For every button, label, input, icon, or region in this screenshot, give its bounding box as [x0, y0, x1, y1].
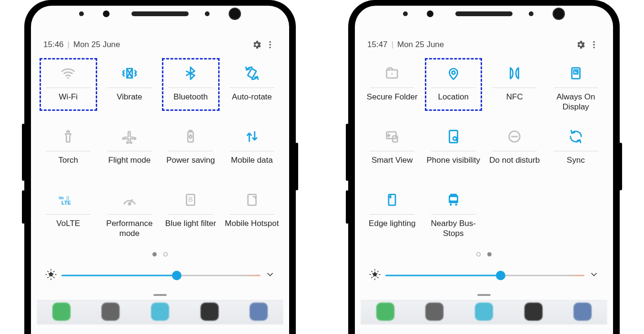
dock-app-icon [52, 303, 70, 321]
qs-tile-bus[interactable]: Nearby Bus-Stops [423, 184, 484, 247]
tile-label: VoLTE [56, 218, 80, 239]
tile-label: Vibrate [117, 92, 142, 113]
panel-handle[interactable] [361, 290, 607, 300]
speaker-grille [455, 11, 513, 16]
tile-divider [431, 214, 476, 215]
settings-icon[interactable] [574, 38, 587, 51]
qs-tile-sync[interactable]: Sync [545, 120, 607, 184]
tile-label: Auto-rotate [232, 92, 272, 113]
tile-divider [46, 151, 91, 151]
qs-tile-bluetooth[interactable]: Bluetooth [160, 57, 221, 120]
tile-divider [553, 88, 598, 88]
quick-settings-grid: Secure FolderLocationNFCAlways On Displa… [361, 54, 607, 247]
panel-handle[interactable] [37, 290, 283, 300]
svg-point-16 [593, 44, 594, 45]
settings-icon[interactable] [250, 38, 263, 51]
aod-icon [568, 62, 584, 85]
qs-tile-smartview[interactable]: Smart View [362, 120, 423, 184]
pager-dot[interactable] [487, 252, 492, 256]
qs-tile-bluelight[interactable]: BBlue light filter [160, 184, 221, 247]
slider-thumb[interactable] [496, 271, 505, 280]
tile-divider [46, 214, 91, 215]
pager-dot[interactable] [152, 252, 157, 256]
tile-label: Wi-Fi [59, 92, 78, 113]
tile-label: Nearby Bus-Stops [425, 218, 483, 239]
qs-tile-hotspot[interactable]: Mobile Hotspot [221, 184, 283, 247]
qs-tile-securefolder[interactable]: Secure Folder [362, 57, 423, 120]
slider-thumb[interactable] [172, 271, 181, 280]
tile-divider [46, 88, 91, 88]
qs-tile-location[interactable]: Location [423, 57, 484, 120]
tile-label: NFC [506, 92, 523, 113]
qs-tile-phonevis[interactable]: Phone visibility [423, 120, 484, 184]
tile-label: Power saving [166, 155, 215, 176]
expand-brightness-icon[interactable] [265, 270, 275, 281]
tile-divider [168, 88, 213, 88]
qs-tile-wifi[interactable]: Wi-Fi [38, 57, 99, 120]
svg-point-19 [392, 73, 393, 75]
brightness-slider[interactable] [385, 269, 584, 282]
auto-brightness-icon[interactable] [369, 269, 381, 282]
comparison-stage: 15:46 | Mon 25 June Wi-FiVibrateBluetoot… [0, 0, 644, 334]
qs-tile-power[interactable]: Power saving [160, 120, 221, 184]
svg-point-32 [455, 204, 457, 206]
dock-app-icon [376, 303, 394, 321]
pager-dot[interactable] [163, 252, 168, 256]
bluelight-icon: B [182, 188, 199, 211]
tile-label: Blue light filter [165, 218, 216, 239]
tile-label: Torch [58, 155, 78, 176]
pager-dot[interactable] [476, 252, 481, 256]
tile-divider [370, 214, 414, 215]
qs-tile-autorotate[interactable]: Auto-rotate [221, 57, 283, 120]
qs-tile-volte[interactable]: Vo))LTEVoLTE [38, 184, 99, 247]
qs-tile-flight[interactable]: Flight mode [99, 120, 161, 184]
tile-divider [492, 88, 537, 88]
tile-label: Mobile Hotspot [225, 218, 279, 239]
location-icon [445, 62, 462, 85]
qs-tile-vibrate[interactable]: Vibrate [99, 57, 161, 120]
dock-app-icon [574, 303, 592, 321]
battery-icon [182, 125, 199, 148]
dock-preview [37, 300, 283, 324]
status-separator: | [392, 40, 393, 49]
tile-label: Bluetooth [173, 92, 208, 113]
qs-tile-aod[interactable]: Always On Display [545, 57, 607, 120]
dock-app-icon [425, 303, 443, 321]
qs-tile-mdata[interactable]: Mobile data [221, 120, 283, 184]
tile-divider [431, 151, 476, 151]
sync-icon [568, 125, 584, 148]
auto-brightness-icon[interactable] [45, 269, 57, 282]
expand-brightness-icon[interactable] [589, 270, 599, 281]
status-date: Mon 25 June [73, 40, 120, 49]
dock-preview [361, 300, 607, 324]
torch-icon [60, 125, 76, 148]
qs-tile-torch[interactable]: Torch [38, 120, 99, 184]
status-separator: | [68, 40, 70, 49]
svg-rect-7 [189, 130, 192, 132]
svg-point-3 [67, 77, 69, 79]
qs-tile-dnd[interactable]: Do not disturb [484, 120, 545, 184]
brightness-row [37, 261, 283, 290]
tile-label: Flight mode [108, 155, 151, 176]
tile-divider [230, 151, 274, 151]
svg-point-17 [593, 47, 594, 48]
smartview-icon [384, 125, 400, 148]
plane-icon [121, 125, 138, 148]
qs-tile-perf[interactable]: Performance mode [99, 184, 161, 247]
dock-app-icon [151, 303, 169, 321]
slider-track [61, 275, 261, 276]
bus-icon [445, 188, 462, 211]
dock-app-icon [524, 303, 543, 321]
tile-divider [168, 151, 213, 151]
dock-app-icon [250, 303, 268, 321]
tile-label: Performance mode [101, 218, 159, 239]
qs-tile-nfc[interactable]: NFC [484, 57, 545, 120]
brightness-slider[interactable] [61, 269, 261, 282]
overflow-menu-icon[interactable] [263, 38, 277, 51]
overflow-menu-icon[interactable] [587, 38, 601, 51]
tile-divider [107, 214, 152, 215]
tile-divider [230, 214, 274, 215]
qs-tile-edge[interactable]: Edge lighting [362, 184, 423, 247]
svg-point-2 [269, 47, 271, 48]
phone-right: 15:47 | Mon 25 June Secure FolderLocatio… [348, 0, 620, 334]
